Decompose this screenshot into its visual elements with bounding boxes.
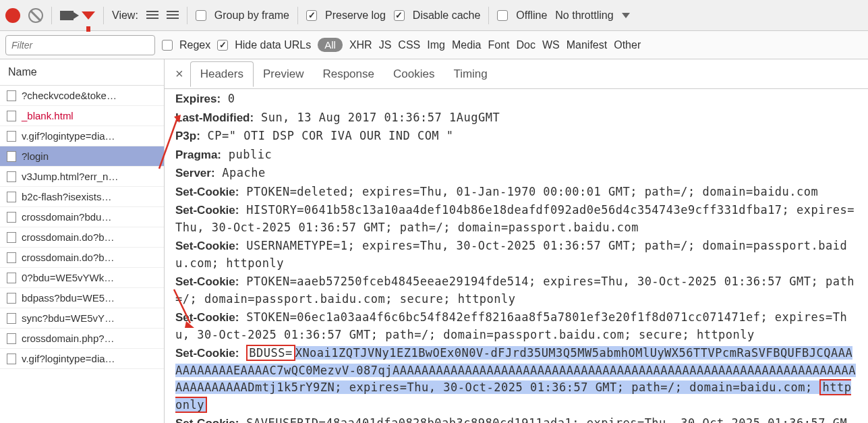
request-name: ?login: [22, 150, 49, 162]
preserve-log-checkbox[interactable]: [306, 10, 317, 21]
offline-checkbox[interactable]: [497, 10, 508, 21]
divider: [297, 7, 298, 24]
divider: [488, 7, 489, 24]
hide-data-urls-checkbox[interactable]: [217, 40, 228, 51]
type-manifest[interactable]: Manifest: [567, 39, 607, 51]
group-by-frame-label: Group by frame: [214, 9, 289, 22]
type-css[interactable]: CSS: [398, 39, 420, 51]
camera-icon[interactable]: [60, 11, 74, 20]
waterfall-icon[interactable]: [167, 11, 179, 20]
request-row[interactable]: v.gif?logintype=dia…: [0, 126, 164, 146]
type-img[interactable]: Img: [427, 39, 445, 51]
main-area: Name ?checkvcode&toke…_blank.htmlv.gif?l…: [0, 59, 868, 423]
filter-input[interactable]: [5, 35, 155, 55]
request-row[interactable]: _blank.html: [0, 106, 164, 126]
request-row[interactable]: crossdomain.do?b…: [0, 227, 164, 248]
request-row[interactable]: crossdomain?bdu…: [0, 207, 164, 227]
header-value: Apache: [222, 166, 265, 179]
file-icon: [7, 252, 16, 263]
header-key: P3p:: [175, 130, 200, 142]
request-row[interactable]: crossdomain.do?b…: [0, 248, 164, 268]
request-row[interactable]: bdpass?bdu=WE5…: [0, 288, 164, 308]
request-name: bdpass?bdu=WE5…: [22, 292, 115, 304]
header-value: CP=" OTI DSP COR IVA OUR IND COM ": [208, 129, 454, 142]
request-row[interactable]: sync?bdu=WE5vY…: [0, 308, 164, 329]
regex-label: Regex: [179, 39, 210, 51]
network-toolbar: View: Group by frame Preserve log Disabl…: [0, 0, 868, 31]
disable-cache-checkbox[interactable]: [394, 10, 405, 21]
request-name: crossdomain.php?…: [22, 333, 115, 344]
file-icon: [7, 333, 16, 344]
type-media[interactable]: Media: [452, 39, 482, 51]
file-icon: [7, 171, 16, 182]
header-value: ; expires=Thu, 30-Oct-2025 01:36:57 GMT;…: [335, 380, 819, 394]
file-icon: [7, 151, 16, 162]
request-name: 0?bdu=WE5vYWk…: [22, 272, 114, 283]
file-icon: [7, 131, 16, 142]
hide-data-urls-label: Hide data URLs: [235, 39, 311, 51]
header-value: USERNAMETYPE=1; expires=Thu, 30-Oct-2025…: [175, 239, 847, 270]
clear-icon[interactable]: [28, 8, 43, 23]
close-icon[interactable]: ×: [169, 66, 190, 82]
header-key: Set-Cookie:: [175, 347, 239, 360]
request-row[interactable]: 0?bdu=WE5vYWk…: [0, 268, 164, 288]
request-name: crossdomain.do?b…: [22, 231, 115, 243]
request-list: ?checkvcode&toke…_blank.htmlv.gif?logint…: [0, 86, 164, 369]
tab-response[interactable]: Response: [313, 62, 384, 86]
regex-checkbox[interactable]: [162, 40, 173, 51]
request-name: crossdomain.do?b…: [22, 252, 115, 263]
offline-label: Offline: [516, 9, 547, 22]
header-key: Set-Cookie:: [175, 186, 239, 198]
view-label: View:: [112, 9, 138, 22]
request-name: ?checkvcode&toke…: [22, 90, 117, 101]
detail-tabs: × Headers Preview Response Cookies Timin…: [165, 59, 868, 89]
tab-timing[interactable]: Timing: [444, 62, 496, 86]
type-js[interactable]: JS: [379, 39, 392, 51]
header-key: Set-Cookie:: [175, 275, 239, 288]
type-all[interactable]: All: [318, 38, 343, 52]
request-row[interactable]: ?login: [0, 146, 164, 167]
throttling-select[interactable]: No throttling: [555, 9, 613, 22]
header-key: Pragma:: [175, 148, 221, 161]
name-column-header[interactable]: Name: [0, 59, 164, 86]
request-name: v.gif?logintype=dia…: [22, 353, 115, 364]
tab-cookies[interactable]: Cookies: [384, 62, 444, 86]
request-name: sync?bdu=WE5vY…: [22, 312, 115, 324]
request-sidebar: Name ?checkvcode&toke…_blank.htmlv.gif?l…: [0, 59, 165, 423]
record-icon[interactable]: [5, 8, 20, 23]
type-other[interactable]: Other: [614, 39, 641, 51]
file-icon: [7, 273, 16, 283]
request-row[interactable]: ?checkvcode&toke…: [0, 86, 164, 106]
request-row[interactable]: b2c-flash?isexists…: [0, 187, 164, 207]
header-key: Set-Cookie:: [175, 417, 239, 423]
request-row[interactable]: v3Jump.html?err_n…: [0, 167, 164, 187]
file-icon: [7, 212, 16, 223]
type-doc[interactable]: Doc: [517, 39, 536, 51]
file-icon: [7, 293, 16, 304]
tab-preview[interactable]: Preview: [254, 62, 313, 86]
chevron-down-icon[interactable]: [622, 13, 630, 18]
preserve-log-label: Preserve log: [325, 9, 386, 22]
tab-headers[interactable]: Headers: [190, 61, 254, 87]
divider: [103, 7, 104, 24]
disable-cache-label: Disable cache: [413, 9, 481, 22]
large-rows-icon[interactable]: [146, 11, 158, 20]
headers-content[interactable]: Expires: 0 Last-Modified: Sun, 13 Aug 20…: [165, 89, 868, 423]
file-icon: [7, 192, 16, 202]
group-by-frame-checkbox[interactable]: [196, 10, 206, 21]
request-name: v.gif?logintype=dia…: [22, 130, 115, 142]
request-name: v3Jump.html?err_n…: [22, 171, 118, 182]
type-xhr[interactable]: XHR: [349, 39, 372, 51]
filter-icon[interactable]: [82, 11, 95, 20]
header-value: 0: [228, 92, 235, 105]
file-icon: [7, 232, 16, 243]
request-row[interactable]: v.gif?logintype=dia…: [0, 349, 164, 369]
filter-toolbar: Regex Hide data URLs All XHR JS CSS Img …: [0, 31, 868, 59]
file-icon: [7, 354, 16, 364]
request-name: b2c-flash?isexists…: [22, 191, 111, 202]
type-ws[interactable]: WS: [542, 39, 560, 51]
detail-panel: × Headers Preview Response Cookies Timin…: [165, 59, 868, 423]
request-row[interactable]: crossdomain.php?…: [0, 329, 164, 349]
header-key: Expires:: [175, 92, 221, 105]
type-font[interactable]: Font: [488, 39, 509, 51]
